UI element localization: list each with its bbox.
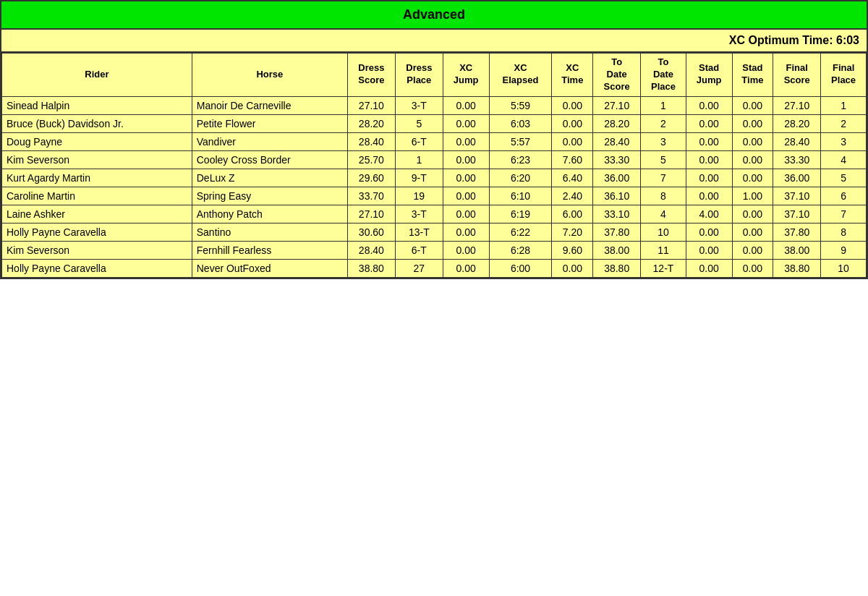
cell-xc_jump: 0.00 <box>443 114 489 132</box>
cell-rider: Holly Payne Caravella <box>2 223 192 241</box>
cell-dress_place: 6-T <box>395 132 443 150</box>
cell-xc_jump: 0.00 <box>443 205 489 223</box>
table-row: Kim SeversonFernhill Fearless28.406-T0.0… <box>2 241 867 259</box>
cell-stad_time: 1.00 <box>732 187 773 205</box>
table-row: Kurt Agardy MartinDeLux Z29.609-T0.006:2… <box>2 169 867 187</box>
cell-to_date_place: 8 <box>641 187 686 205</box>
cell-stad_jump: 0.00 <box>686 169 732 187</box>
cell-dress_score: 30.60 <box>347 223 395 241</box>
cell-dress_score: 28.40 <box>347 241 395 259</box>
cell-horse: Cooley Cross Border <box>192 150 347 169</box>
cell-xc_elapsed: 5:59 <box>489 96 552 114</box>
cell-xc_jump: 0.00 <box>443 96 489 114</box>
cell-rider: Kim Severson <box>2 150 192 169</box>
cell-xc_jump: 0.00 <box>443 169 489 187</box>
cell-to_date_score: 33.30 <box>593 150 641 169</box>
cell-xc_elapsed: 6:03 <box>489 114 552 132</box>
table-body: Sinead HalpinManoir De Carneville27.103-… <box>2 96 867 277</box>
cell-final_score: 37.10 <box>773 205 821 223</box>
cell-final_score: 36.00 <box>773 169 821 187</box>
cell-stad_time: 0.00 <box>732 259 773 277</box>
cell-horse: Santino <box>192 223 347 241</box>
cell-to_date_place: 3 <box>641 132 686 150</box>
cell-rider: Kurt Agardy Martin <box>2 169 192 187</box>
table-row: Caroline MartinSpring Easy33.70190.006:1… <box>2 187 867 205</box>
cell-stad_time: 0.00 <box>732 150 773 169</box>
cell-stad_jump: 0.00 <box>686 114 732 132</box>
cell-stad_jump: 0.00 <box>686 96 732 114</box>
cell-xc_elapsed: 6:22 <box>489 223 552 241</box>
cell-to_date_place: 5 <box>641 150 686 169</box>
cell-rider: Kim Severson <box>2 241 192 259</box>
table-header-row: Rider Horse DressScore DressPlace XCJump… <box>2 54 867 97</box>
subtitle-bar: XC Optimum Time: 6:03 <box>1 30 867 53</box>
cell-xc_elapsed: 6:00 <box>489 259 552 277</box>
cell-to_date_score: 36.10 <box>593 187 641 205</box>
cell-dress_score: 28.40 <box>347 132 395 150</box>
cell-to_date_place: 10 <box>641 223 686 241</box>
table-row: Laine AshkerAnthony Patch27.103-T0.006:1… <box>2 205 867 223</box>
cell-to_date_place: 11 <box>641 241 686 259</box>
cell-xc_time: 6.40 <box>552 169 593 187</box>
page-title: Advanced <box>403 7 465 22</box>
cell-dress_place: 19 <box>395 187 443 205</box>
col-header-dress-place: DressPlace <box>395 54 443 97</box>
col-header-final-score: FinalScore <box>773 54 821 97</box>
cell-rider: Sinead Halpin <box>2 96 192 114</box>
cell-xc_elapsed: 6:23 <box>489 150 552 169</box>
cell-stad_time: 0.00 <box>732 223 773 241</box>
cell-horse: Spring Easy <box>192 187 347 205</box>
cell-to_date_score: 28.40 <box>593 132 641 150</box>
table-row: Holly Payne CaravellaNever OutFoxed38.80… <box>2 259 867 277</box>
cell-to_date_place: 12-T <box>641 259 686 277</box>
cell-final_score: 37.10 <box>773 187 821 205</box>
cell-xc_time: 6.00 <box>552 205 593 223</box>
table-row: Sinead HalpinManoir De Carneville27.103-… <box>2 96 867 114</box>
cell-stad_jump: 4.00 <box>686 205 732 223</box>
cell-xc_elapsed: 6:19 <box>489 205 552 223</box>
col-header-stad-time: StadTime <box>732 54 773 97</box>
cell-dress_place: 1 <box>395 150 443 169</box>
cell-to_date_score: 37.80 <box>593 223 641 241</box>
cell-stad_time: 0.00 <box>732 132 773 150</box>
cell-xc_jump: 0.00 <box>443 132 489 150</box>
cell-dress_place: 3-T <box>395 96 443 114</box>
cell-dress_score: 28.20 <box>347 114 395 132</box>
cell-stad_time: 0.00 <box>732 114 773 132</box>
cell-horse: Fernhill Fearless <box>192 241 347 259</box>
cell-xc_jump: 0.00 <box>443 150 489 169</box>
cell-to_date_score: 38.80 <box>593 259 641 277</box>
cell-dress_place: 13-T <box>395 223 443 241</box>
cell-final_place: 1 <box>821 96 867 114</box>
cell-xc_elapsed: 5:57 <box>489 132 552 150</box>
cell-stad_jump: 0.00 <box>686 241 732 259</box>
cell-dress_score: 38.80 <box>347 259 395 277</box>
cell-dress_place: 27 <box>395 259 443 277</box>
col-header-to-date-place: ToDatePlace <box>641 54 686 97</box>
cell-xc_jump: 0.00 <box>443 223 489 241</box>
cell-dress_score: 29.60 <box>347 169 395 187</box>
title-bar: Advanced <box>1 1 867 30</box>
cell-final_place: 4 <box>821 150 867 169</box>
cell-horse: Manoir De Carneville <box>192 96 347 114</box>
cell-final_score: 37.80 <box>773 223 821 241</box>
cell-stad_jump: 0.00 <box>686 259 732 277</box>
cell-xc_time: 0.00 <box>552 132 593 150</box>
table-row: Bruce (Buck) Davidson Jr.Petite Flower28… <box>2 114 867 132</box>
cell-horse: Anthony Patch <box>192 205 347 223</box>
cell-final_score: 33.30 <box>773 150 821 169</box>
cell-dress_score: 25.70 <box>347 150 395 169</box>
col-header-horse: Horse <box>192 54 347 97</box>
cell-rider: Holly Payne Caravella <box>2 259 192 277</box>
cell-dress_score: 33.70 <box>347 187 395 205</box>
col-header-stad-jump: StadJump <box>686 54 732 97</box>
cell-xc_elapsed: 6:28 <box>489 241 552 259</box>
cell-to_date_place: 1 <box>641 96 686 114</box>
cell-rider: Caroline Martin <box>2 187 192 205</box>
cell-xc_time: 9.60 <box>552 241 593 259</box>
cell-rider: Laine Ashker <box>2 205 192 223</box>
cell-to_date_score: 27.10 <box>593 96 641 114</box>
col-header-dress-score: DressScore <box>347 54 395 97</box>
cell-stad_time: 0.00 <box>732 205 773 223</box>
results-table: Rider Horse DressScore DressPlace XCJump… <box>1 53 867 278</box>
